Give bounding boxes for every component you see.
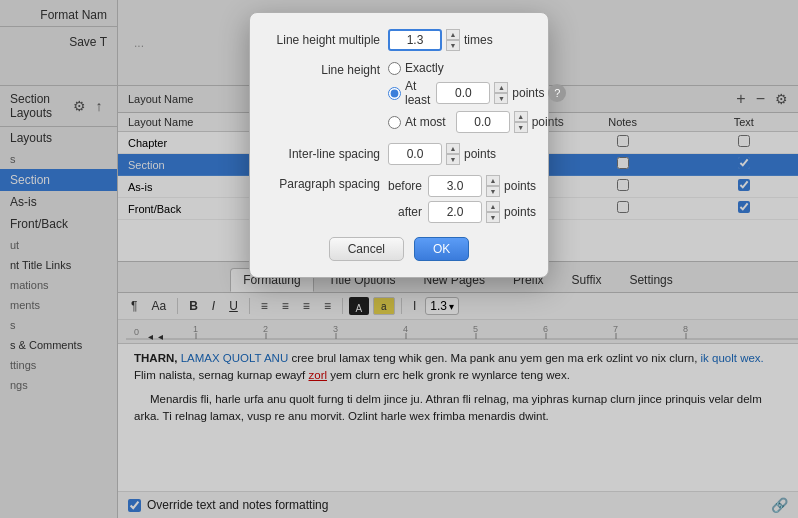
inter-line-input-group: ▲ ▼ points <box>388 143 496 165</box>
radio-at-least-input[interactable] <box>388 87 401 100</box>
para-before-row: before ▲ ▼ points <box>388 175 536 197</box>
before-spinner-up[interactable]: ▲ <box>486 175 500 186</box>
line-height-multiple-unit: times <box>464 33 493 47</box>
help-button[interactable]: ? <box>548 84 566 102</box>
dialog-row-inter-line: Inter-line spacing ▲ ▼ points <box>270 143 528 165</box>
para-spacing-label: Paragraph spacing <box>270 175 380 191</box>
radio-at-most-label: At most <box>405 115 446 129</box>
line-height-value-input[interactable] <box>436 82 490 104</box>
line-height-label: Line height <box>270 61 380 77</box>
line-height-multiple-spinner: ▲ ▼ <box>446 29 460 51</box>
after-input-group: ▲ ▼ points <box>428 201 536 223</box>
inter-line-spinner: ▲ ▼ <box>446 143 460 165</box>
after-spinner: ▲ ▼ <box>486 201 500 223</box>
radio-exactly-input[interactable] <box>388 62 401 75</box>
after-label: after <box>388 205 422 219</box>
radio-at-least: At least <box>388 79 430 107</box>
radio-at-most-input[interactable] <box>388 116 401 129</box>
after-unit: points <box>504 205 536 219</box>
at-most-spinner: ▲ ▼ <box>514 111 528 133</box>
dialog-overlay: Line height multiple ▲ ▼ times Line heig… <box>0 0 798 518</box>
radio-at-most: At most ▲ ▼ points <box>388 111 566 133</box>
after-spinner-up[interactable]: ▲ <box>486 201 500 212</box>
inter-line-spinner-down[interactable]: ▼ <box>446 154 460 165</box>
at-most-value-group: ▲ ▼ points <box>456 111 564 133</box>
before-unit: points <box>504 179 536 193</box>
dialog-row-para-spacing: Paragraph spacing before ▲ ▼ points afte… <box>270 175 528 223</box>
line-height-multiple-input[interactable] <box>388 29 442 51</box>
inter-line-unit: points <box>464 147 496 161</box>
radio-at-least-row: At least ▲ ▼ points ? <box>388 79 566 107</box>
before-spinner: ▲ ▼ <box>486 175 500 197</box>
at-most-value-input[interactable] <box>456 111 510 133</box>
ok-button[interactable]: OK <box>414 237 469 261</box>
para-spacing-options: before ▲ ▼ points after <box>388 175 536 223</box>
at-most-spinner-up[interactable]: ▲ <box>514 111 528 122</box>
spinner-up[interactable]: ▲ <box>446 29 460 40</box>
dialog: Line height multiple ▲ ▼ times Line heig… <box>249 12 549 278</box>
lh-spinner-down[interactable]: ▼ <box>494 93 508 104</box>
before-input[interactable] <box>428 175 482 197</box>
radio-exactly: Exactly <box>388 61 566 75</box>
radio-at-least-label: At least <box>405 79 430 107</box>
inter-line-spinner-up[interactable]: ▲ <box>446 143 460 154</box>
before-label: before <box>388 179 422 193</box>
line-height-value-spinner: ▲ ▼ <box>494 82 508 104</box>
at-most-unit: points <box>532 115 564 129</box>
line-height-options: Exactly At least ▲ ▼ points ? <box>388 61 566 133</box>
before-spinner-down[interactable]: ▼ <box>486 186 500 197</box>
cancel-button[interactable]: Cancel <box>329 237 404 261</box>
at-most-spinner-down[interactable]: ▼ <box>514 122 528 133</box>
inter-line-input[interactable] <box>388 143 442 165</box>
dialog-row-line-height-multiple: Line height multiple ▲ ▼ times <box>270 29 528 51</box>
para-after-row: after ▲ ▼ points <box>388 201 536 223</box>
line-height-multiple-label: Line height multiple <box>270 33 380 47</box>
line-height-value-unit: points <box>512 86 544 100</box>
line-height-value-group: ▲ ▼ points ? <box>436 82 566 104</box>
dialog-buttons: Cancel OK <box>270 237 528 261</box>
lh-spinner-up[interactable]: ▲ <box>494 82 508 93</box>
dialog-row-line-height: Line height Exactly At least ▲ ▼ <box>270 61 528 133</box>
spinner-down[interactable]: ▼ <box>446 40 460 51</box>
after-spinner-down[interactable]: ▼ <box>486 212 500 223</box>
line-height-multiple-input-group: ▲ ▼ times <box>388 29 493 51</box>
before-input-group: ▲ ▼ points <box>428 175 536 197</box>
inter-line-label: Inter-line spacing <box>270 147 380 161</box>
after-input[interactable] <box>428 201 482 223</box>
radio-exactly-label: Exactly <box>405 61 444 75</box>
